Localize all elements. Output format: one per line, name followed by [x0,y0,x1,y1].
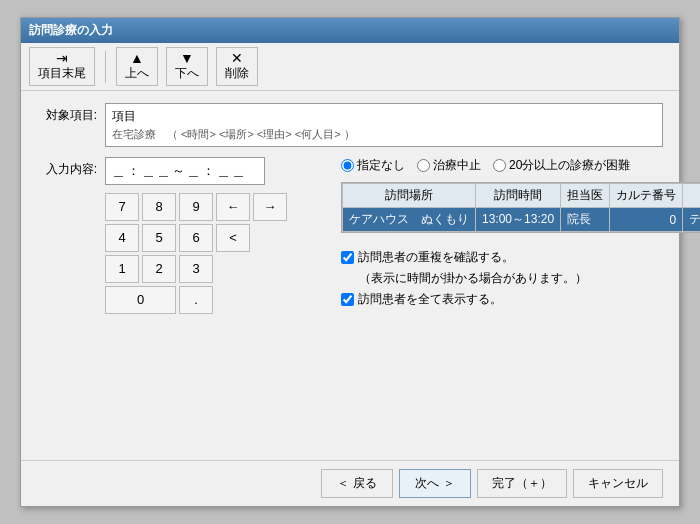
radio-difficult-input[interactable] [493,159,506,172]
footer: ＜ 戻る 次へ ＞ 完了（＋） キャンセル [21,460,679,506]
numpad-row-1: 7 8 9 ← → [105,193,325,221]
target-row: 対象項目: 項目 在宅診療 （ <時間> <場所> <理由> <何人目> ） [37,103,663,147]
end-label: 項目末尾 [38,65,86,82]
num-1[interactable]: 1 [105,255,139,283]
back-button[interactable]: ＜ 戻る [321,469,393,498]
radio-stop-input[interactable] [417,159,430,172]
right-panel: 指定なし 治療中止 20分以上の診療が困難 [341,157,700,314]
radio-none-input[interactable] [341,159,354,172]
num-7[interactable]: 7 [105,193,139,221]
col-time: 訪問時間 [476,184,561,208]
cancel-label: キャンセル [588,476,648,490]
toolbar-separator [105,51,106,83]
end-icon: ⇥ [56,51,68,65]
input-row: 入力内容: ＿：＿＿～＿：＿＿ 7 8 9 ← → 4 [37,157,663,314]
numpad-row-4: 0 . [105,286,325,314]
target-label: 対象項目: [37,103,97,124]
target-item-subtitle: 在宅診療 （ <時間> <場所> <理由> <何人目> ） [112,127,656,142]
radio-stop[interactable]: 治療中止 [417,157,481,174]
cell-patient: テスト 患者 [683,208,700,232]
col-place: 訪問場所 [343,184,476,208]
col-patient: 患者氏名 [683,184,700,208]
col-chart: カルテ番号 [610,184,683,208]
end-button[interactable]: ⇥ 項目末尾 [29,47,95,86]
back-label: ＜ 戻る [337,476,376,490]
backspace-btn[interactable]: ← [216,193,250,221]
down-label: 下へ [175,65,199,82]
cell-doctor: 院長 [561,208,610,232]
input-display[interactable]: ＿：＿＿～＿：＿＿ [105,157,265,185]
num-9[interactable]: 9 [179,193,213,221]
input-label: 入力内容: [37,157,97,178]
table-row[interactable]: ケアハウス ぬくもり 13:00～13:20 院長 0 テスト 患者 [343,208,701,232]
delete-icon: ✕ [231,51,243,65]
up-icon: ▲ [130,51,144,65]
title-bar: 訪問診療の入力 [21,18,679,43]
checkbox-all-label: 訪問患者を全て表示する。 [358,291,502,308]
down-icon: ▼ [180,51,194,65]
num-0[interactable]: 0 [105,286,176,314]
delete-button[interactable]: ✕ 削除 [216,47,258,86]
left-panel: ＿：＿＿～＿：＿＿ 7 8 9 ← → 4 5 6 [105,157,325,314]
forward-btn[interactable]: → [253,193,287,221]
num-5[interactable]: 5 [142,224,176,252]
radio-none-label: 指定なし [357,157,405,174]
checkbox-all-input[interactable] [341,293,354,306]
next-label: 次へ ＞ [415,476,454,490]
table-head: 訪問場所 訪問時間 担当医 カルテ番号 患者氏名 [343,184,701,208]
checkbox-duplicate[interactable]: 訪問患者の重複を確認する。 [341,249,700,266]
cell-time: 13:00～13:20 [476,208,561,232]
target-item-title: 項目 [112,108,656,125]
numpad-row-2: 4 5 6 < [105,224,325,252]
complete-label: 完了（＋） [492,476,552,490]
num-8[interactable]: 8 [142,193,176,221]
checkbox-note: （表示に時間が掛かる場合があります。） [341,270,700,287]
checkboxes: 訪問患者の重複を確認する。 （表示に時間が掛かる場合があります。） 訪問患者を全… [341,249,700,308]
complete-button[interactable]: 完了（＋） [477,469,567,498]
num-2[interactable]: 2 [142,255,176,283]
up-label: 上へ [125,65,149,82]
table-body: ケアハウス ぬくもり 13:00～13:20 院長 0 テスト 患者 [343,208,701,232]
radio-stop-label: 治療中止 [433,157,481,174]
numpad: 7 8 9 ← → 4 5 6 < [105,193,325,314]
patient-table: 訪問場所 訪問時間 担当医 カルテ番号 患者氏名 ケアハウス ぬくもり [342,183,700,232]
less-than-btn[interactable]: < [216,224,250,252]
cell-place: ケアハウス ぬくもり [343,208,476,232]
toolbar: ⇥ 項目末尾 ▲ 上へ ▼ 下へ ✕ 削除 [21,43,679,91]
checkbox-note-label: （表示に時間が掛かる場合があります。） [359,270,587,287]
content-area: 対象項目: 項目 在宅診療 （ <時間> <場所> <理由> <何人目> ） 入… [21,91,679,460]
radio-none[interactable]: 指定なし [341,157,405,174]
numpad-row-3: 1 2 3 [105,255,325,283]
up-button[interactable]: ▲ 上へ [116,47,158,86]
checkbox-duplicate-input[interactable] [341,251,354,264]
radio-difficult[interactable]: 20分以上の診療が困難 [493,157,630,174]
dialog-title: 訪問診療の入力 [29,22,113,39]
table-header-row: 訪問場所 訪問時間 担当医 カルテ番号 患者氏名 [343,184,701,208]
next-button[interactable]: 次へ ＞ [399,469,471,498]
num-3[interactable]: 3 [179,255,213,283]
main-dialog: 訪問診療の入力 ⇥ 項目末尾 ▲ 上へ ▼ 下へ ✕ 削除 対象項目: 項目 在… [20,17,680,507]
radio-difficult-label: 20分以上の診療が困難 [509,157,630,174]
num-6[interactable]: 6 [179,224,213,252]
down-button[interactable]: ▼ 下へ [166,47,208,86]
col-doctor: 担当医 [561,184,610,208]
checkbox-duplicate-label: 訪問患者の重複を確認する。 [358,249,514,266]
patient-table-container: 訪問場所 訪問時間 担当医 カルテ番号 患者氏名 ケアハウス ぬくもり [341,182,700,233]
cancel-button[interactable]: キャンセル [573,469,663,498]
decimal-btn[interactable]: . [179,286,213,314]
radio-group: 指定なし 治療中止 20分以上の診療が困難 [341,157,700,174]
delete-label: 削除 [225,65,249,82]
cell-chart: 0 [610,208,683,232]
checkbox-all[interactable]: 訪問患者を全て表示する。 [341,291,700,308]
num-4[interactable]: 4 [105,224,139,252]
input-section: ＿：＿＿～＿：＿＿ 7 8 9 ← → 4 5 6 [105,157,700,314]
target-item-box: 項目 在宅診療 （ <時間> <場所> <理由> <何人目> ） [105,103,663,147]
